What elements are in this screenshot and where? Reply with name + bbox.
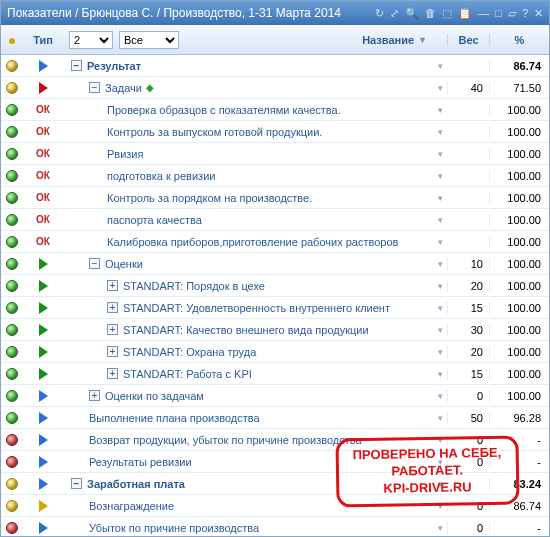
toolbar-icon[interactable]: 🔍 <box>405 7 419 20</box>
collapse-icon[interactable]: − <box>89 258 100 269</box>
expand-icon[interactable]: + <box>107 302 118 313</box>
percent-cell: - <box>489 434 549 446</box>
row-menu-icon[interactable]: ▾ <box>433 501 447 511</box>
table-row[interactable]: ОККонтроль за выпуском готовой продукции… <box>1 121 549 143</box>
toolbar-icon[interactable]: ▱ <box>508 7 516 20</box>
toolbar-icon[interactable]: ✕ <box>534 7 543 20</box>
table-row[interactable]: Вознаграждение▾086.74 <box>1 495 549 517</box>
row-menu-icon[interactable]: ▾ <box>433 105 447 115</box>
status-light-icon <box>6 104 18 116</box>
toolbar-icon[interactable]: 📋 <box>458 7 472 20</box>
toolbar-icon[interactable]: ⤢ <box>390 7 399 20</box>
row-menu-icon[interactable]: ▾ <box>433 149 447 159</box>
name-cell: −Заработная плата <box>63 478 433 490</box>
title-bar: Показатели / Брюнцова С. / Производство,… <box>1 1 549 25</box>
table-row[interactable]: −Оценки▾10100.00 <box>1 253 549 275</box>
expand-icon[interactable]: + <box>107 324 118 335</box>
toolbar-icon[interactable]: □ <box>495 7 502 20</box>
status-cell <box>1 500 23 512</box>
row-menu-icon[interactable]: ▾ <box>433 325 447 335</box>
status-light-icon <box>6 126 18 138</box>
table-row[interactable]: −Задачи◆▾4071.50 <box>1 77 549 99</box>
table-row[interactable]: +STANDART: Качество внешнего вида продук… <box>1 319 549 341</box>
row-menu-icon[interactable]: ▾ <box>433 259 447 269</box>
filter-select[interactable]: Все <box>119 31 179 49</box>
table-row[interactable]: +STANDART: Работа с KPI▾15100.00 <box>1 363 549 385</box>
row-menu-icon[interactable]: ▾ <box>433 347 447 357</box>
arrow-icon <box>39 324 48 336</box>
toolbar-icon[interactable]: — <box>478 7 489 20</box>
level-select[interactable]: 2 <box>69 31 113 49</box>
name-cell: +STANDART: Охрана труда <box>63 346 433 358</box>
header-type-label[interactable]: Тип <box>23 34 63 46</box>
name-cell: Контроль за выпуском готовой продукции. <box>63 126 433 138</box>
table-row[interactable]: ОКПроверка образцов с показателями качес… <box>1 99 549 121</box>
percent-cell: 83.24 <box>489 478 549 490</box>
table-row[interactable]: −Результат▾86.74 <box>1 55 549 77</box>
table-row[interactable]: Выполнение плана производства▾5096.28 <box>1 407 549 429</box>
table-row[interactable]: ОКпаспорта качества▾100.00 <box>1 209 549 231</box>
expand-icon[interactable]: + <box>107 346 118 357</box>
row-menu-icon[interactable]: ▾ <box>433 391 447 401</box>
expand-icon[interactable]: + <box>89 390 100 401</box>
row-menu-icon[interactable]: ▾ <box>433 215 447 225</box>
table-row[interactable]: Возврат продукции, убыток по причине про… <box>1 429 549 451</box>
status-light-icon <box>6 302 18 314</box>
row-menu-icon[interactable]: ▾ <box>433 369 447 379</box>
header-status: ● <box>1 32 23 48</box>
status-light-icon <box>6 236 18 248</box>
table-row[interactable]: Результаты ревизии▾0- <box>1 451 549 473</box>
weight-cell: 30 <box>447 324 489 336</box>
collapse-icon[interactable]: − <box>89 82 100 93</box>
percent-cell: 100.00 <box>489 126 549 138</box>
percent-cell: 100.00 <box>489 214 549 226</box>
table-row[interactable]: ОККонтроль за порядком на производстве.▾… <box>1 187 549 209</box>
row-name-text: Контроль за выпуском готовой продукции. <box>107 126 322 138</box>
table-row[interactable]: ОКподготовка к ревизии▾100.00 <box>1 165 549 187</box>
header-pct-label[interactable]: % <box>489 34 549 46</box>
status-cell <box>1 82 23 94</box>
weight-cell: 15 <box>447 302 489 314</box>
row-menu-icon[interactable]: ▾ <box>433 127 447 137</box>
header-name-label[interactable]: Название ▼ <box>362 34 427 46</box>
collapse-icon[interactable]: − <box>71 478 82 489</box>
percent-cell: 100.00 <box>489 390 549 402</box>
toolbar-icon[interactable]: ↻ <box>375 7 384 20</box>
row-menu-icon[interactable]: ▾ <box>433 303 447 313</box>
table-row[interactable]: +Оценки по задачам▾0100.00 <box>1 385 549 407</box>
table-row[interactable]: +STANDART: Удовлетворенность внутреннего… <box>1 297 549 319</box>
toolbar-icon[interactable]: ⬚ <box>442 7 452 20</box>
expand-icon[interactable]: + <box>107 368 118 379</box>
table-row[interactable]: +STANDART: Порядок в цехе▾20100.00 <box>1 275 549 297</box>
status-cell <box>1 324 23 336</box>
type-cell <box>23 368 63 380</box>
row-menu-icon[interactable]: ▾ <box>433 413 447 423</box>
header-weight-label[interactable]: Вес <box>447 34 489 46</box>
row-menu-icon[interactable]: ▾ <box>433 457 447 467</box>
status-light-icon <box>6 390 18 402</box>
row-menu-icon[interactable]: ▾ <box>433 523 447 533</box>
row-menu-icon[interactable]: ▾ <box>433 193 447 203</box>
name-cell: паспорта качества <box>63 214 433 226</box>
type-cell <box>23 302 63 314</box>
status-cell <box>1 126 23 138</box>
row-menu-icon[interactable]: ▾ <box>433 281 447 291</box>
table-row[interactable]: Убыток по причине производства▾0- <box>1 517 549 536</box>
expand-icon[interactable]: + <box>107 280 118 291</box>
status-light-icon <box>6 192 18 204</box>
row-menu-icon[interactable]: ▾ <box>433 171 447 181</box>
toolbar-icon[interactable]: ? <box>522 7 528 20</box>
row-menu-icon[interactable]: ▾ <box>433 237 447 247</box>
name-cell: Убыток по причине производства <box>63 522 433 534</box>
table-row[interactable]: ОККалибровка приборов,приготовление рабо… <box>1 231 549 253</box>
table-row[interactable]: −Заработная плата▾83.24 <box>1 473 549 495</box>
row-menu-icon[interactable]: ▾ <box>433 435 447 445</box>
row-menu-icon[interactable]: ▾ <box>433 83 447 93</box>
table-row[interactable]: +STANDART: Охрана труда▾20100.00 <box>1 341 549 363</box>
collapse-icon[interactable]: − <box>71 60 82 71</box>
toolbar-icon[interactable]: 🗑 <box>425 7 436 20</box>
row-menu-icon[interactable]: ▾ <box>433 61 447 71</box>
type-cell: ОК <box>23 214 63 225</box>
row-menu-icon[interactable]: ▾ <box>433 479 447 489</box>
table-row[interactable]: ОКРвизия▾100.00 <box>1 143 549 165</box>
